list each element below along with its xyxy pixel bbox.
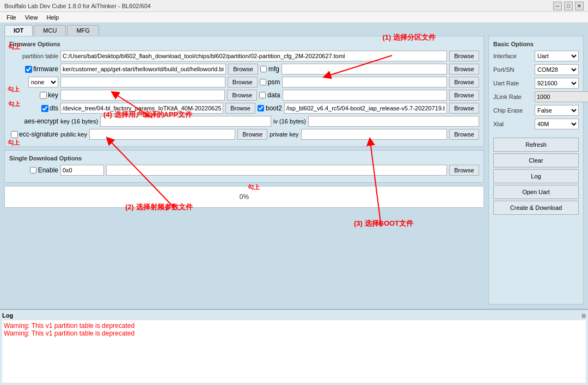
mfg-checkbox[interactable] bbox=[260, 66, 267, 72]
main-content: IOT MCU MFG Firmware Options partition t… bbox=[0, 23, 588, 385]
xtal-row: Xtal 40M 32M bbox=[493, 119, 579, 129]
tab-iot[interactable]: IOT bbox=[4, 25, 33, 36]
interface-select[interactable]: Uart JLink bbox=[535, 51, 579, 61]
open-uart-button[interactable]: Open Uart bbox=[493, 185, 579, 199]
key-checkbox[interactable] bbox=[40, 92, 47, 99]
basic-options: Basic Options Interface Uart JLink Port/… bbox=[488, 36, 584, 305]
log-panel: Log ⊠ Warning: This v1 partition table i… bbox=[0, 309, 588, 385]
interface-row: Interface Uart JLink bbox=[493, 51, 579, 61]
boot2-browse[interactable]: Browse bbox=[449, 103, 479, 114]
boot2-checkbox[interactable] bbox=[258, 105, 264, 111]
partition-table-label: partition table bbox=[9, 53, 58, 59]
public-key-label: public key bbox=[60, 131, 87, 138]
key-data-row: key Browse data Browse bbox=[9, 90, 479, 101]
partition-table-input[interactable] bbox=[60, 51, 447, 61]
firmware-checkbox[interactable] bbox=[25, 66, 32, 73]
private-key-input[interactable] bbox=[301, 129, 447, 140]
tabs: IOT MCU MFG bbox=[0, 23, 588, 36]
enable-text: Enable bbox=[38, 166, 58, 174]
address-input[interactable] bbox=[60, 165, 104, 176]
port-sn-row: Port/SN COM28 COM1 bbox=[493, 64, 579, 75]
clear-button[interactable]: Clear bbox=[493, 153, 579, 167]
key-browse[interactable]: Browse bbox=[227, 90, 257, 101]
single-browse[interactable]: Browse bbox=[449, 165, 479, 176]
aes-encrypt-row: aes-encrypt key (16 bytes) iv (16 bytes) bbox=[9, 116, 479, 127]
log-title: Log bbox=[2, 312, 13, 319]
enable-checkbox[interactable] bbox=[30, 167, 36, 173]
title-bar: Bouffalo Lab Dev Cube 1.8.0 for AiThinke… bbox=[0, 0, 588, 12]
create-download-button[interactable]: Create & Download bbox=[493, 201, 579, 215]
uart-rate-row: Uart Rate 921600 115200 bbox=[493, 78, 579, 89]
public-key-input[interactable] bbox=[89, 129, 235, 140]
private-key-browse[interactable]: Browse bbox=[449, 129, 479, 140]
tab-mcu[interactable]: MCU bbox=[34, 25, 66, 36]
boot2-input[interactable] bbox=[284, 103, 447, 114]
tab-mfg[interactable]: MFG bbox=[67, 25, 99, 36]
mfg-browse[interactable]: Browse bbox=[449, 64, 479, 74]
xtal-select[interactable]: 40M 32M bbox=[535, 119, 579, 129]
aes-key-input[interactable] bbox=[100, 116, 271, 127]
menu-help[interactable]: Help bbox=[42, 13, 63, 22]
data-checkbox[interactable] bbox=[259, 92, 266, 98]
single-file-input[interactable] bbox=[106, 165, 447, 176]
boot2-checkbox-label: boot2 bbox=[258, 104, 282, 112]
dts-browse[interactable]: Browse bbox=[225, 103, 255, 114]
none-browse[interactable]: Browse bbox=[228, 77, 258, 88]
psm-input[interactable] bbox=[282, 77, 447, 88]
xtal-label: Xtal bbox=[493, 121, 532, 127]
none-select[interactable]: none bbox=[28, 77, 58, 88]
left-panel: Firmware Options partition table Browse … bbox=[4, 36, 484, 305]
psm-browse[interactable]: Browse bbox=[449, 77, 479, 88]
partition-table-browse[interactable]: Browse bbox=[449, 51, 479, 61]
menu-view[interactable]: View bbox=[21, 13, 42, 22]
dts-checkbox[interactable] bbox=[41, 105, 48, 112]
firmware-options: Firmware Options partition table Browse … bbox=[4, 36, 484, 147]
uart-rate-select[interactable]: 921600 115200 bbox=[535, 78, 579, 89]
window-title: Bouffalo Lab Dev Cube 1.8.0 for AiThinke… bbox=[4, 3, 151, 9]
none-psm-row: none Browse psm Browse bbox=[9, 77, 479, 88]
ecc-label: ecc-signature bbox=[19, 131, 58, 138]
partition-table-row: partition table Browse bbox=[9, 51, 479, 61]
mfg-checkbox-label: mfg bbox=[260, 65, 279, 73]
jlink-rate-row: JLink Rate bbox=[493, 91, 579, 102]
window-controls: ─ □ ✕ bbox=[553, 2, 584, 10]
log-button[interactable]: Log bbox=[493, 169, 579, 183]
key-input[interactable] bbox=[60, 90, 225, 101]
port-sn-label: Port/SN bbox=[493, 66, 532, 73]
firmware-options-title: Firmware Options bbox=[9, 41, 479, 47]
none-input[interactable] bbox=[60, 77, 225, 88]
firmware-row: firmware Browse mfg Browse bbox=[9, 64, 479, 74]
progress-value: 0% bbox=[240, 193, 249, 201]
aes-iv-input[interactable] bbox=[308, 116, 479, 127]
boot2-label: boot2 bbox=[266, 104, 282, 112]
data-input[interactable] bbox=[283, 90, 447, 101]
minimize-button[interactable]: ─ bbox=[553, 2, 562, 10]
public-key-browse[interactable]: Browse bbox=[237, 129, 267, 140]
dts-input[interactable] bbox=[60, 103, 223, 114]
port-sn-select[interactable]: COM28 COM1 bbox=[535, 64, 579, 75]
log-close-icon[interactable]: ⊠ bbox=[581, 313, 586, 319]
firmware-input[interactable] bbox=[60, 64, 226, 74]
close-button[interactable]: ✕ bbox=[575, 2, 584, 10]
key-label: key bbox=[48, 91, 58, 99]
maximize-button[interactable]: □ bbox=[564, 2, 573, 10]
uart-rate-label: Uart Rate bbox=[493, 80, 532, 86]
single-download-options: Single Download Options Enable Browse bbox=[4, 150, 484, 183]
mfg-label: mfg bbox=[268, 65, 279, 73]
log-header: Log ⊠ bbox=[2, 312, 586, 319]
jlink-rate-input bbox=[535, 91, 588, 102]
data-browse[interactable]: Browse bbox=[449, 90, 479, 101]
menu-file[interactable]: File bbox=[2, 13, 21, 22]
ecc-checkbox[interactable] bbox=[11, 131, 18, 138]
interface-label: Interface bbox=[493, 53, 532, 59]
iv-16-label: iv (16 bytes) bbox=[273, 118, 306, 125]
refresh-button[interactable]: Refresh bbox=[493, 138, 579, 152]
log-content: Warning: This v1 partition table is depr… bbox=[2, 320, 586, 383]
chip-erase-select[interactable]: False True bbox=[535, 105, 579, 116]
firmware-browse[interactable]: Browse bbox=[228, 64, 258, 74]
mfg-input[interactable] bbox=[281, 64, 447, 74]
psm-checkbox[interactable] bbox=[260, 79, 266, 85]
single-download-title: Single Download Options bbox=[9, 155, 479, 162]
ecc-signature-row: ecc-signature public key Browse private … bbox=[9, 129, 479, 140]
psm-checkbox-label: psm bbox=[260, 78, 280, 86]
